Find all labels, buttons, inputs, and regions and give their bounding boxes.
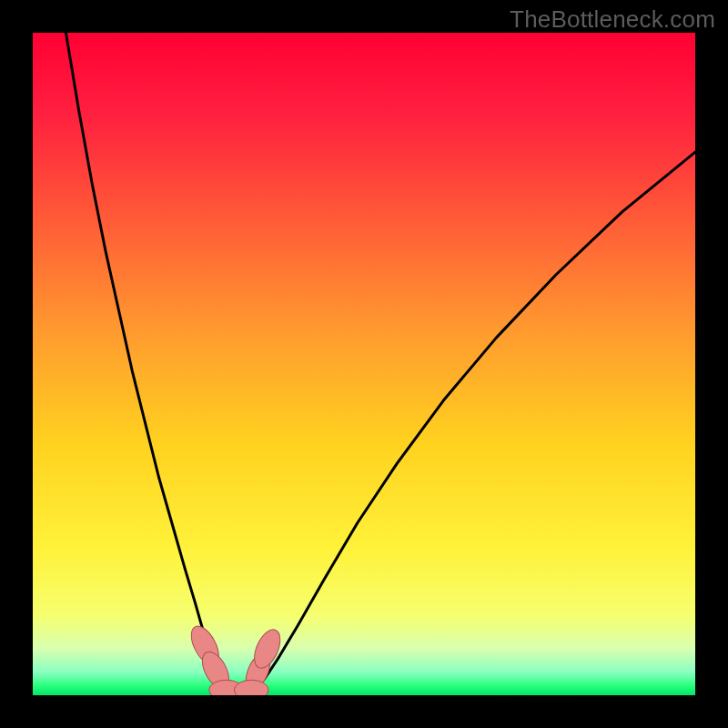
series-left-curve [66,33,245,694]
chart-frame: TheBottleneck.com [0,0,728,728]
plot-area [33,33,695,695]
watermark-label: TheBottleneck.com [510,5,715,34]
series-right-curve [245,152,695,694]
curves-layer [33,33,695,695]
